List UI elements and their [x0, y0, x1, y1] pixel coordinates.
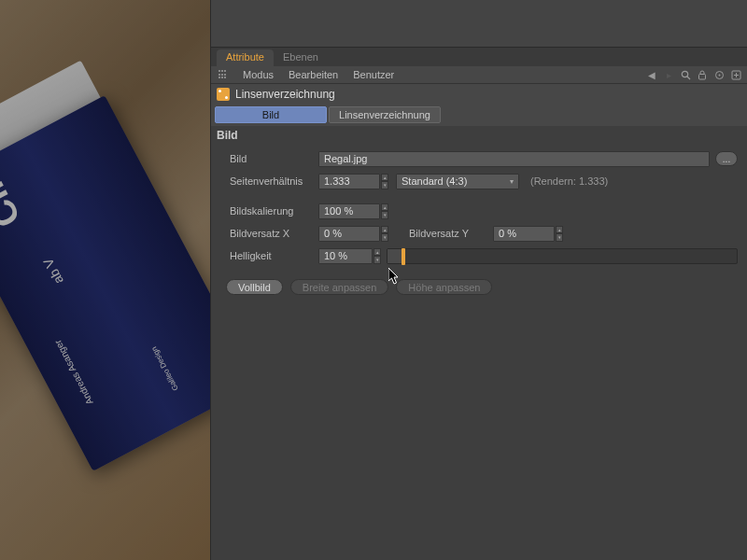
svg-line-1 — [687, 77, 690, 79]
bsk-input[interactable] — [318, 203, 380, 219]
panel-tabs: Attribute Ebenen — [211, 48, 747, 66]
bvx-input[interactable] — [318, 226, 380, 242]
object-row: Linsenverzeichnung — [211, 83, 747, 104]
svg-point-0 — [682, 71, 687, 77]
upper-area — [211, 0, 747, 48]
bild-label: Bild — [230, 153, 318, 164]
bvy-label: Bildversatz Y — [409, 228, 493, 239]
hell-label: Helligkeit — [230, 250, 318, 261]
new-icon[interactable] — [730, 69, 741, 80]
hell-stepper[interactable]: ▴▾ — [374, 248, 381, 264]
menu-modus[interactable]: Modus — [243, 69, 274, 80]
bvx-stepper[interactable]: ▴▾ — [381, 226, 388, 242]
form-area: Bild ... Seitenverhältnis ▴▾ Standard (4… — [211, 145, 747, 275]
viewport[interactable]: Cinema ab V Andreas Asanger Galileo Desi… — [0, 0, 210, 560]
seiten-preset-dropdown[interactable]: Standard (4:3) — [396, 174, 519, 189]
bvy-input[interactable] — [493, 226, 555, 242]
menu-benutzer[interactable]: Benutzer — [353, 69, 394, 80]
menu-bearbeiten[interactable]: Bearbeiten — [289, 69, 338, 80]
bsk-label: Bildskalierung — [230, 205, 318, 217]
subtabs: Bild Linsenverzeichnung — [211, 104, 747, 126]
attribute-toolbar: Modus Bearbeiten Benutzer ◀ ▸ — [211, 66, 747, 83]
tab-attribute[interactable]: Attribute — [217, 49, 274, 66]
render-hint: (Rendern: 1.333) — [530, 175, 608, 187]
nav-fwd-icon[interactable]: ▸ — [663, 69, 674, 80]
subtab-bild[interactable]: Bild — [215, 106, 327, 123]
seiten-input[interactable] — [318, 174, 380, 189]
mode-icon[interactable] — [218, 70, 228, 79]
svg-point-4 — [718, 74, 720, 76]
tab-ebenen[interactable]: Ebenen — [274, 49, 328, 66]
hell-input[interactable] — [318, 248, 373, 264]
search-icon[interactable] — [680, 69, 691, 80]
hell-slider[interactable] — [387, 248, 738, 264]
bvy-stepper[interactable]: ▴▾ — [556, 226, 563, 242]
lock-icon[interactable] — [697, 69, 708, 80]
right-panel: Attribute Ebenen Modus Bearbeiten Benutz… — [210, 0, 747, 560]
nav-back-icon[interactable]: ◀ — [646, 69, 657, 80]
button-row: Vollbild Breite anpassen Höhe anpassen — [211, 275, 747, 299]
section-bild-header: Bild — [211, 126, 747, 145]
target-icon[interactable] — [713, 69, 725, 80]
slider-thumb[interactable] — [402, 248, 405, 265]
object-name: Linsenverzeichnung — [235, 88, 335, 101]
hoehe-button[interactable]: Höhe anpassen — [396, 279, 492, 295]
bvx-label: Bildversatz X — [230, 228, 318, 239]
svg-rect-2 — [699, 74, 706, 79]
subtab-linsen[interactable]: Linsenverzeichnung — [329, 106, 441, 123]
brightness-overlay — [0, 0, 210, 560]
bsk-stepper[interactable]: ▴▾ — [381, 203, 388, 219]
bild-input[interactable] — [318, 151, 710, 167]
vollbild-button[interactable]: Vollbild — [226, 279, 283, 295]
lens-distortion-icon — [217, 88, 230, 101]
seiten-label: Seitenverhältnis — [230, 175, 318, 187]
browse-button[interactable]: ... — [715, 151, 738, 166]
seiten-stepper[interactable]: ▴▾ — [381, 174, 388, 189]
breite-button[interactable]: Breite anpassen — [290, 279, 389, 295]
